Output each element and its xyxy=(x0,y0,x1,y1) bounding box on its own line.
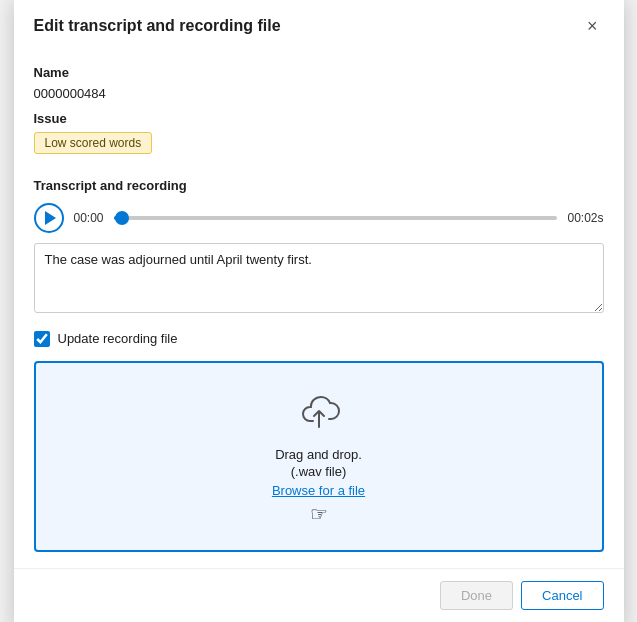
drop-subtext: (.wav file) xyxy=(291,464,347,479)
time-start: 00:00 xyxy=(74,211,104,225)
browse-link[interactable]: Browse for a file xyxy=(272,483,365,498)
play-button[interactable] xyxy=(34,203,64,233)
progress-thumb[interactable] xyxy=(115,211,129,225)
issue-badge: Low scored words xyxy=(34,132,153,154)
progress-container[interactable] xyxy=(114,215,558,221)
cancel-button[interactable]: Cancel xyxy=(521,581,603,610)
dialog-title: Edit transcript and recording file xyxy=(34,17,281,35)
issue-label: Issue xyxy=(34,111,604,126)
update-checkbox-row: Update recording file xyxy=(34,331,604,347)
done-button[interactable]: Done xyxy=(440,581,513,610)
drop-text: Drag and drop. xyxy=(275,447,362,462)
time-end: 00:02s xyxy=(567,211,603,225)
name-value: 0000000484 xyxy=(34,86,604,101)
dialog-header: Edit transcript and recording file × xyxy=(14,0,624,51)
transcript-textarea[interactable]: The case was adjourned until April twent… xyxy=(34,243,604,313)
update-recording-checkbox[interactable] xyxy=(34,331,50,347)
update-recording-label[interactable]: Update recording file xyxy=(58,331,178,346)
dialog-footer: Done Cancel xyxy=(14,568,624,623)
drop-zone[interactable]: Drag and drop. (.wav file) Browse for a … xyxy=(34,361,604,552)
play-icon xyxy=(45,211,56,225)
audio-player: 00:00 00:02s xyxy=(34,203,604,233)
transcript-section-label: Transcript and recording xyxy=(34,178,604,193)
cloud-upload-icon xyxy=(295,391,343,435)
close-button[interactable]: × xyxy=(581,15,604,37)
dialog-body: Name 0000000484 Issue Low scored words T… xyxy=(14,51,624,568)
cursor-pointer-icon: ☞ xyxy=(310,502,328,526)
progress-track xyxy=(114,216,558,220)
edit-dialog: Edit transcript and recording file × Nam… xyxy=(14,0,624,622)
name-label: Name xyxy=(34,65,604,80)
